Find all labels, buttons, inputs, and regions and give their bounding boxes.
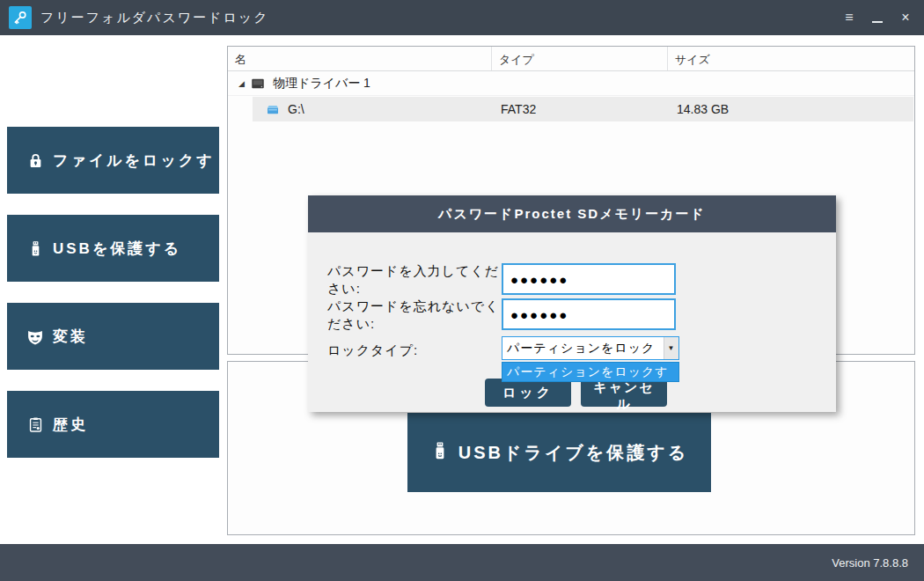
sidebar-item-protect-usb[interactable]: USBを保護する [7,215,219,282]
confirm-password-input[interactable]: ●●●●●● [502,298,676,330]
table-row-partition-selected[interactable]: G:\ FAT32 14.83 GB [253,97,913,121]
sidebar-item-lock-files[interactable]: ファイルをロックす [7,127,219,194]
password-input[interactable]: ●●●●●● [502,263,676,295]
lock-icon [26,151,44,169]
mask-icon [26,327,44,345]
cancel-button[interactable]: キャンセル [581,379,667,407]
sidebar-item-label: USBを保護する [53,239,181,259]
version-label: Version 7.8.8.8 [832,556,908,570]
password-dialog: パスワードProctet SDメモリーカード パスワードを入力してください: ●… [308,195,836,412]
password-label: パスワードを入力してください: [327,262,505,298]
table-header: 名 タイプ サイズ [228,47,914,71]
confirm-password-label: パスワードを忘れないでください: [327,298,505,334]
lock-type-dropdown[interactable]: パーティションをロック ▼ [502,336,679,360]
sidebar-item-history[interactable]: 歴史 [7,391,219,458]
column-header-type[interactable]: タイプ [492,47,668,70]
app-title: フリーフォルダパスワードロック [40,10,269,26]
lock-button[interactable]: ロック [485,379,571,407]
lock-type-dropdown-list: パーティションをロックす [502,362,679,382]
menu-icon[interactable]: ≡ [838,6,861,29]
partition-icon [265,101,281,117]
chevron-down-icon[interactable]: ▼ [664,337,678,359]
minimize-icon[interactable] [866,6,889,29]
sidebar-item-label: ファイルをロックす [53,151,215,171]
lock-type-label: ロックタイプ: [327,342,505,359]
window-controls: ≡ × [838,0,917,35]
drive-label: 物理ドライバー 1 [273,76,370,92]
column-header-name[interactable]: 名 [228,47,492,70]
history-icon [26,416,44,433]
dialog-title: パスワードProctet SDメモリーカード [308,195,836,232]
protect-usb-drive-button[interactable]: USBドライブを保護する [407,413,711,492]
usb-icon [26,239,44,257]
close-icon[interactable]: × [894,6,917,29]
harddrive-icon [250,76,266,92]
sidebar-item-label: 変装 [53,327,88,347]
partition-size: 14.83 GB [677,102,729,116]
partition-name: G:\ [288,102,304,116]
column-header-size[interactable]: サイズ [668,47,914,70]
tree-expand-icon[interactable]: ◢ [238,79,245,88]
title-bar: フリーフォルダパスワードロック ≡ × [0,0,924,35]
sidebar-item-label: 歴史 [53,415,88,435]
key-icon [12,10,28,26]
app-logo [9,6,32,29]
usb-icon [430,441,450,464]
partition-type: FAT32 [501,102,536,116]
status-bar: Version 7.8.8.8 [0,544,924,581]
lock-type-selected-value: パーティションをロック [502,341,664,357]
sidebar-item-disguise[interactable]: 変装 [7,303,219,370]
table-row-physical-drive[interactable]: ◢ 物理ドライバー 1 [228,71,914,96]
lock-type-option-highlighted[interactable]: パーティションをロックす [502,363,678,381]
app-window: フリーフォルダパスワードロック ≡ × ファイルをロックす [0,0,924,581]
protect-usb-drive-label: USBドライブを保護する [458,441,689,465]
